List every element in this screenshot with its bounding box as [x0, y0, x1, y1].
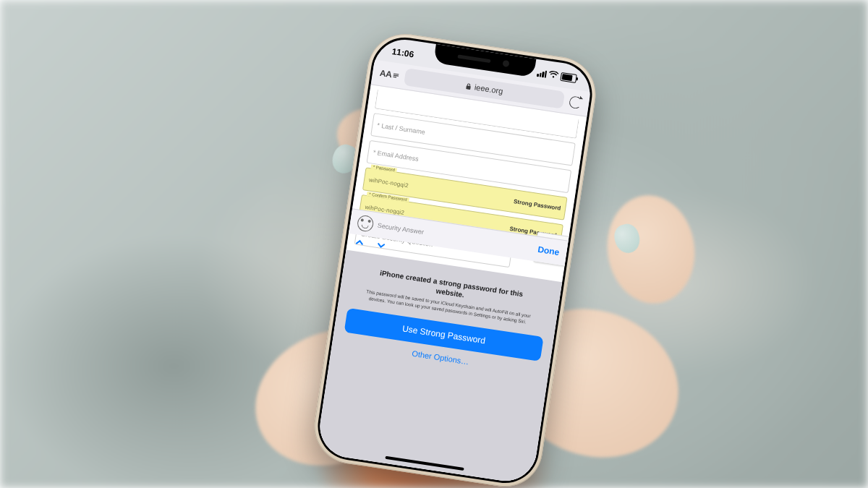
- next-field-button[interactable]: [375, 240, 387, 252]
- field-label: Security Answer: [377, 222, 424, 236]
- strong-password-panel: iPhone created a strong password for thi…: [315, 250, 562, 486]
- refresh-icon[interactable]: [569, 95, 582, 109]
- cellular-icon: [537, 69, 547, 78]
- url-text: ieee.org: [474, 82, 503, 95]
- reader-settings-icon: [393, 72, 400, 79]
- battery-icon: [560, 72, 577, 83]
- password-value: wihPoc-nogqi2: [369, 176, 409, 189]
- svg-rect-0: [393, 73, 399, 74]
- lock-icon: [465, 82, 472, 90]
- svg-rect-3: [467, 85, 472, 90]
- reader-aa-button[interactable]: AA: [379, 68, 400, 81]
- prev-field-button[interactable]: [354, 236, 365, 248]
- done-button[interactable]: Done: [537, 244, 560, 257]
- passwords-icon[interactable]: [357, 215, 375, 233]
- svg-rect-2: [393, 76, 397, 77]
- svg-rect-1: [393, 74, 399, 76]
- strong-password-badge: Strong Password: [514, 198, 561, 212]
- clock: 11:06: [391, 46, 414, 59]
- wifi-icon: [548, 69, 559, 81]
- other-options-button[interactable]: Other Options…: [407, 347, 475, 367]
